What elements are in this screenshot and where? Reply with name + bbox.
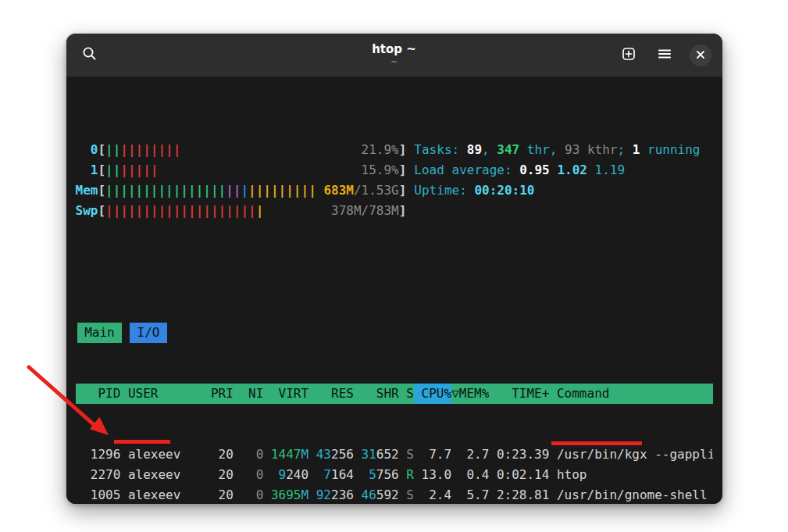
header-shr[interactable]: SHR — [354, 384, 399, 404]
text-run: 378M/783M — [331, 203, 399, 218]
table-header: PIDUSERPRINIVIRTRESSHRSCPU%▽MEM%TIME+Com… — [76, 384, 713, 404]
text-run: 7 — [323, 467, 331, 482]
text-run: 13.0 — [422, 467, 452, 482]
text-run: 00:20:10 — [474, 183, 534, 198]
cpu-meter-0-value: 21.9% — [362, 140, 399, 160]
text-run: 1005 — [91, 487, 121, 502]
meter-bar-group: ||||||||| — [248, 183, 316, 198]
cpu-meter-0-label: 0 — [76, 140, 98, 160]
table-row-1296[interactable]: 1296alexeev2001447M4325631652S7.72.70:23… — [76, 445, 713, 465]
text-run: htop — [557, 467, 587, 482]
header-pid[interactable]: PID — [76, 384, 121, 404]
meter-bar-group: || — [226, 183, 241, 198]
cell-mem: 0.4 — [451, 465, 489, 485]
terminal: 0[||||||||||21.9%]1[|||||||15.9%]Mem[|||… — [66, 77, 722, 504]
text-run: 347 — [497, 142, 519, 157]
text-run: 5 — [369, 467, 376, 482]
text-run: 7.7 — [429, 447, 451, 462]
text-run: 46 — [362, 487, 376, 502]
uptime: Uptime: 00:20:10 — [414, 180, 700, 201]
text-run: 2.4 — [429, 487, 451, 502]
tab-main[interactable]: Main — [77, 323, 123, 343]
meter-bar-group: |||||||||||||||||||| — [105, 203, 256, 218]
swap-meter-label: Swp — [76, 201, 98, 221]
cell-time: 2:28.81 — [489, 485, 549, 504]
menu-button[interactable] — [654, 45, 676, 66]
text-run: 0:23.39 — [497, 447, 549, 462]
cell-pri: 20 — [196, 445, 234, 465]
header-cmd[interactable]: Command — [549, 384, 712, 404]
cell-res: 43256 — [308, 445, 354, 465]
bracket: ] — [399, 142, 407, 157]
close-button[interactable] — [690, 45, 711, 66]
bracket: [ — [98, 162, 105, 177]
cpu-meter-1-value: 15.9% — [362, 160, 399, 180]
search-icon — [81, 45, 98, 66]
text-run: alexeev — [128, 487, 180, 502]
search-button[interactable] — [79, 45, 101, 66]
cell-user: alexeev — [120, 445, 195, 465]
text-run: 1447 — [271, 447, 301, 462]
meter-bar-group: || — [105, 162, 120, 177]
text-run: 89 — [467, 142, 482, 157]
header-time[interactable]: TIME+ — [489, 384, 549, 404]
header-user[interactable]: USER — [120, 384, 195, 404]
cell-ni: 0 — [234, 465, 264, 485]
text-run: 1.19 — [595, 162, 626, 177]
close-icon — [696, 48, 705, 62]
text-run: M — [301, 447, 308, 462]
text-run: ; — [617, 142, 632, 157]
titlebar: htop ~ ~ — [66, 34, 722, 77]
cell-time: 0:23.39 — [489, 445, 549, 465]
cell-pri: 20 — [196, 465, 234, 485]
cell-ni: 0 — [234, 445, 264, 465]
text-run: 20 — [219, 447, 234, 462]
cell-mem: 5.7 — [451, 485, 489, 504]
text-run: 20 — [219, 467, 234, 482]
header-pri[interactable]: PRI — [196, 384, 234, 404]
meter-bars: ||||||| — [105, 160, 158, 180]
header-cpu[interactable]: CPU% — [414, 384, 451, 404]
table-row-2270[interactable]: 2270alexeev200924071645756R13.00.40:02.1… — [76, 465, 713, 485]
cell-cmd: htop — [549, 465, 712, 485]
memory-meter-label: Mem — [76, 180, 98, 201]
text-run: S — [406, 447, 414, 462]
tab-io[interactable]: I/O — [130, 323, 167, 343]
cell-pid: 2270 — [76, 465, 121, 485]
text-run: 92 — [316, 487, 331, 502]
cell-s: R — [399, 465, 414, 485]
cell-s: S — [399, 485, 414, 504]
header-s[interactable]: S — [399, 384, 414, 404]
swap-meter: Swp[|||||||||||||||||||||378M/783M] — [76, 201, 407, 221]
text-run: 1.02 — [557, 162, 594, 177]
cell-cpu: 7.7 — [414, 445, 451, 465]
cell-cmd: /usr/bin/kgx --gapplicat — [549, 445, 712, 465]
cell-shr: 46592 — [354, 485, 399, 504]
header-ni[interactable]: NI — [234, 384, 264, 404]
header-mem[interactable]: ▽MEM% — [451, 384, 489, 404]
new-tab-button[interactable] — [618, 45, 640, 66]
meter-bar-group: |||||||||||||||| — [105, 183, 226, 198]
bracket: ] — [399, 203, 407, 218]
text-run: 652 — [376, 447, 399, 462]
text-run: /usr/bin/gnome-shell — [557, 487, 708, 502]
text-run: 93 kthr — [565, 142, 617, 157]
header-virt[interactable]: VIRT — [263, 384, 308, 404]
text-run: S — [406, 487, 414, 502]
text-run: 3695 — [271, 487, 301, 502]
text-run: 592 — [376, 487, 399, 502]
meters-panel: 0[||||||||||21.9%]1[|||||||15.9%]Mem[|||… — [76, 140, 407, 221]
text-run: 1 — [633, 142, 640, 157]
header-res[interactable]: RES — [308, 384, 354, 404]
spacer — [76, 262, 713, 282]
meter-bars: ||||||||||||||||||||| — [105, 201, 263, 221]
cell-user: alexeev — [120, 485, 195, 504]
meter-bar-group: | — [256, 203, 264, 218]
text-run: 0 — [256, 447, 264, 462]
text-run: 43 — [316, 447, 331, 462]
text-run: R — [406, 467, 414, 482]
meter-bar-group: | — [241, 183, 248, 198]
new-tab-icon — [621, 46, 636, 65]
table-row-1005[interactable]: 1005alexeev2003695M9223646592S2.45.72:28… — [76, 485, 713, 504]
bracket: ] — [399, 183, 407, 198]
